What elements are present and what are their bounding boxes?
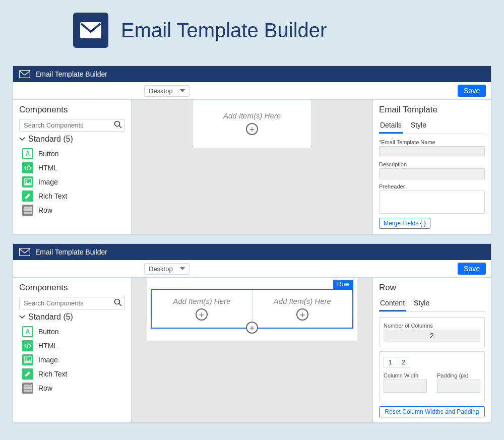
envelope-icon xyxy=(19,70,30,78)
input-template-name[interactable] xyxy=(379,146,485,157)
inspector-title: Row xyxy=(379,283,485,293)
component-button[interactable]: AButton xyxy=(19,325,125,339)
save-button[interactable]: Save xyxy=(458,85,486,97)
component-richtext[interactable]: Rich Text xyxy=(19,189,125,203)
svg-text:A: A xyxy=(26,150,30,157)
svg-text:A: A xyxy=(26,328,30,335)
components-heading: Components xyxy=(19,105,125,115)
dropzone[interactable]: Add Item(s) Here ＋ xyxy=(193,100,311,146)
search-icon[interactable] xyxy=(114,298,122,306)
save-button[interactable]: Save xyxy=(458,263,486,275)
code-icon xyxy=(22,340,33,351)
plus-icon[interactable]: ＋ xyxy=(246,123,258,135)
component-row[interactable]: Row xyxy=(19,203,125,217)
group-label: Standard (5) xyxy=(28,312,73,322)
component-label: Button xyxy=(38,150,58,158)
tab-style[interactable]: Style xyxy=(413,297,430,311)
button-a-icon: A xyxy=(22,148,33,159)
image-icon xyxy=(22,354,33,365)
device-select[interactable]: Desktop xyxy=(144,85,190,97)
components-heading: Components xyxy=(19,283,125,293)
canvas[interactable]: Row Add Item(s) Here ＋ Add Item(s) Here … xyxy=(132,278,372,422)
group-header[interactable]: Standard (5) xyxy=(19,135,125,144)
chevron-down-icon xyxy=(19,137,25,141)
svg-point-11 xyxy=(115,299,120,304)
device-select[interactable]: Desktop xyxy=(144,263,190,275)
svg-rect-10 xyxy=(20,248,30,256)
dropzone-label: Add Item(s) Here xyxy=(274,297,331,305)
num-cols-value[interactable]: 2 xyxy=(384,330,480,342)
component-row[interactable]: Row xyxy=(19,381,125,395)
components-panel: Components Standard (5) AButton HTML Ima… xyxy=(13,278,132,422)
column-tab-1[interactable]: 1 xyxy=(384,357,397,367)
envelope-icon xyxy=(19,248,30,256)
panel-title: Email Template Builder xyxy=(35,248,107,256)
image-icon xyxy=(22,176,33,187)
component-label: HTML xyxy=(38,164,57,172)
field-label-desc: Description xyxy=(379,161,485,167)
svg-rect-8 xyxy=(24,209,32,211)
svg-line-12 xyxy=(119,304,122,306)
component-html[interactable]: HTML xyxy=(19,161,125,175)
inspector-title: Email Template xyxy=(379,105,485,115)
col-width-label: Column Width xyxy=(384,372,427,379)
plus-icon[interactable]: ＋ xyxy=(296,308,308,321)
search-input[interactable] xyxy=(19,119,125,132)
search-input[interactable] xyxy=(19,297,125,309)
chevron-down-icon xyxy=(19,315,25,319)
logo-envelope-icon xyxy=(73,13,108,48)
code-icon xyxy=(22,162,33,173)
reset-button[interactable]: Reset Column Widths and Padding xyxy=(379,406,485,417)
panel-titlebar: Email Template Builder xyxy=(13,66,491,82)
page-header: Email Template Builder xyxy=(73,13,491,48)
component-button[interactable]: A Button xyxy=(19,147,125,161)
svg-rect-16 xyxy=(24,385,32,387)
input-col-width[interactable] xyxy=(384,380,427,393)
component-richtext[interactable]: Rich Text xyxy=(19,367,125,381)
input-description[interactable] xyxy=(379,168,485,179)
inspector-panel: Email Template Details Style *Email Temp… xyxy=(372,100,491,234)
canvas[interactable]: Add Item(s) Here ＋ xyxy=(132,100,372,234)
search-icon[interactable] xyxy=(114,120,122,129)
field-label-preheader: Preheader xyxy=(379,183,485,190)
builder-panel-1: Email Template Builder Desktop Save Comp… xyxy=(13,66,491,234)
svg-rect-1 xyxy=(20,71,30,78)
svg-rect-17 xyxy=(24,387,32,389)
component-label: Row xyxy=(38,206,52,214)
group-label: Standard (5) xyxy=(28,135,73,144)
inspector-panel: Row Content Style Number of Columns 2 1 … xyxy=(372,278,491,422)
tab-content[interactable]: Content xyxy=(379,297,406,311)
component-label: Rich Text xyxy=(38,192,67,200)
toolbar: Desktop Save xyxy=(13,82,491,100)
panel-titlebar: Email Template Builder xyxy=(13,244,491,260)
group-header[interactable]: Standard (5) xyxy=(19,312,125,322)
components-panel: Components Standard (5) A Button HTML xyxy=(13,100,132,234)
component-label: Rich Text xyxy=(38,370,67,378)
plus-icon[interactable]: ＋ xyxy=(196,308,208,321)
row-icon xyxy=(22,205,33,216)
chevron-down-icon xyxy=(180,267,185,270)
component-image[interactable]: Image xyxy=(19,353,125,367)
panel-title: Email Template Builder xyxy=(35,70,107,78)
row-badge: Row xyxy=(333,280,353,289)
svg-point-2 xyxy=(115,121,120,127)
component-label: Image xyxy=(38,178,58,186)
component-label: Button xyxy=(38,328,58,336)
device-select-label: Desktop xyxy=(149,87,173,95)
column-tab-2[interactable]: 2 xyxy=(397,357,410,367)
input-padding[interactable] xyxy=(437,380,480,393)
toolbar: Desktop Save xyxy=(13,260,491,278)
add-row-below-icon[interactable]: ＋ xyxy=(246,322,258,334)
component-image[interactable]: Image xyxy=(19,175,125,189)
component-html[interactable]: HTML xyxy=(19,339,125,353)
component-label: Row xyxy=(38,384,52,392)
input-preheader[interactable] xyxy=(379,191,485,214)
merge-fields-button[interactable]: Merge Fields { } xyxy=(379,218,430,229)
svg-line-3 xyxy=(119,126,122,129)
tab-style[interactable]: Style xyxy=(410,119,427,134)
num-cols-label: Number of Columns xyxy=(384,323,480,329)
tab-details[interactable]: Details xyxy=(379,119,403,134)
component-label: HTML xyxy=(38,342,57,350)
builder-panel-2: Email Template Builder Desktop Save Comp… xyxy=(13,243,491,423)
button-a-icon: A xyxy=(22,326,33,337)
